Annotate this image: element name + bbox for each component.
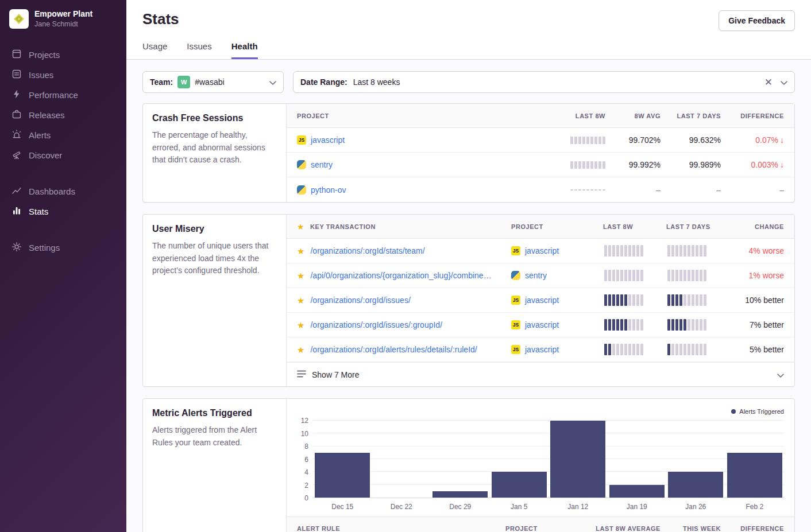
arrow-down-icon: ↓	[780, 160, 784, 169]
sidebar-item-label: Dashboards	[29, 187, 75, 196]
sparkline-bar	[586, 137, 589, 144]
date-range-label: Date Range:	[300, 77, 347, 87]
project-link[interactable]: javascript	[525, 246, 559, 255]
legend-label: Alerts Triggered	[739, 408, 784, 415]
crash-free-table: PROJECT LAST 8W 8W AVG LAST 7 DAYS DIFFE…	[287, 104, 794, 202]
give-feedback-button[interactable]: Give Feedback	[719, 10, 795, 31]
change-value: 5% better	[732, 345, 784, 354]
sparkline-bar	[704, 270, 706, 281]
chart-bar	[609, 485, 665, 498]
transaction-link[interactable]: /organizations/:orgId/stats/team/	[310, 246, 424, 255]
sidebar-item-stats[interactable]: Stats	[0, 201, 126, 222]
sparkline-bar	[700, 245, 702, 257]
star-icon[interactable]: ★	[297, 345, 304, 354]
sparkline-bar	[608, 245, 611, 257]
python-icon	[297, 160, 306, 169]
lightning-icon	[11, 89, 22, 101]
sparkline-bar	[683, 344, 686, 355]
sidebar-item-settings[interactable]: Settings	[0, 238, 126, 258]
chevron-down-icon[interactable]	[269, 77, 276, 87]
show-more-label: Show 7 More	[312, 370, 359, 379]
team-selector[interactable]: Team: W #wasabi	[142, 71, 284, 93]
panel-title: Metric Alerts Triggered	[152, 408, 277, 418]
sparkline-bar	[692, 270, 694, 281]
sidebar-item-issues[interactable]: Issues	[0, 65, 126, 85]
x-axis-label: Jan 5	[490, 503, 549, 511]
metric-alerts-chart-section: Alerts Triggered 024681012 Dec 15Dec 22D…	[287, 399, 794, 532]
show-more-button[interactable]: Show 7 More	[287, 362, 794, 386]
sparkline-bar	[624, 270, 627, 281]
panel-title: User Misery	[152, 224, 277, 234]
transaction-link[interactable]: /organizations/:orgId/issues/	[310, 296, 410, 305]
project-link[interactable]: sentry	[311, 160, 333, 169]
column-header-project: PROJECT	[297, 112, 519, 119]
projects-icon	[11, 49, 22, 61]
sparkline-bar	[704, 319, 706, 331]
clear-date-icon[interactable]: ✕	[762, 77, 775, 87]
project-link[interactable]: python-ov	[311, 185, 346, 195]
x-axis-label: Feb 2	[725, 503, 785, 511]
sparkline-bar	[692, 245, 694, 257]
star-icon[interactable]: ★	[297, 296, 304, 305]
sparkline-bar	[624, 319, 627, 331]
sparkline-bar	[594, 161, 597, 169]
project-link[interactable]: sentry	[525, 271, 547, 280]
sidebar-item-projects[interactable]: Projects	[0, 45, 126, 65]
sidebar-item-performance[interactable]: Performance	[0, 85, 126, 105]
project-link[interactable]: javascript	[525, 345, 559, 354]
date-range-selector[interactable]: Date Range: Last 8 weeks ✕	[293, 71, 795, 93]
sparkline	[569, 189, 605, 191]
metric-alerts-panel: Metric Alerts Triggered Alerts triggered…	[142, 398, 795, 532]
x-axis-label: Jan 19	[608, 503, 667, 511]
siren-icon	[11, 129, 22, 141]
sidebar-item-releases[interactable]: Releases	[0, 105, 126, 125]
sparkline-bar	[620, 344, 623, 355]
chart-bar	[727, 453, 782, 498]
transaction-link[interactable]: /api/0/organizations/{organization_slug}…	[310, 271, 491, 280]
change-value: 7% better	[732, 320, 784, 329]
project-link[interactable]: javascript	[525, 320, 559, 329]
crash-free-sessions-panel: Crash Free Sessions The percentage of he…	[142, 103, 795, 203]
star-icon[interactable]: ★	[297, 321, 304, 329]
transaction-link[interactable]: /organizations/:orgId/alerts/rules/detai…	[310, 345, 477, 354]
sidebar-item-discover[interactable]: Discover	[0, 145, 126, 165]
chart-bar	[492, 472, 547, 498]
column-header-key-transaction: KEY TRANSACTION	[310, 223, 376, 230]
sidebar-item-dashboards[interactable]: Dashboards	[0, 181, 126, 201]
app-root: Empower Plant Jane Schmidt Projects Issu…	[0, 0, 811, 532]
sparkline-bar	[590, 189, 593, 191]
sparkline-bar	[590, 137, 593, 144]
sparkline-bar	[570, 189, 573, 191]
sparkline	[569, 137, 605, 144]
tab-health[interactable]: Health	[231, 41, 258, 59]
sparkline-bar	[688, 319, 690, 331]
sparkline-bar	[608, 344, 611, 355]
transaction-link[interactable]: /organizations/:orgId/issues/:groupId/	[310, 320, 442, 329]
panel-title: Crash Free Sessions	[152, 113, 277, 123]
chevron-down-icon[interactable]	[777, 370, 784, 379]
sparkline-bar	[578, 161, 581, 169]
star-icon[interactable]: ★	[297, 271, 304, 280]
sparkline-bar	[578, 137, 581, 144]
sparkline-bar	[578, 189, 581, 191]
chevron-down-icon[interactable]	[781, 77, 787, 87]
sidebar-item-alerts[interactable]: Alerts	[0, 125, 126, 145]
sparkline-bar	[679, 294, 682, 306]
column-header-change: CHANGE	[732, 223, 784, 230]
sparkline-bar	[640, 270, 643, 281]
tab-usage[interactable]: Usage	[142, 41, 167, 59]
y-axis-label: 6	[304, 456, 308, 464]
tab-issues[interactable]: Issues	[187, 41, 211, 59]
star-icon[interactable]: ★	[297, 247, 304, 255]
sparkline-bar	[688, 294, 690, 306]
sparkline-bar	[604, 344, 607, 355]
sparkline-bar	[570, 137, 573, 144]
org-switcher[interactable]: Empower Plant Jane Schmidt	[0, 9, 126, 29]
sparkline-bar	[624, 294, 627, 306]
sparkline-bar	[640, 245, 643, 257]
project-link[interactable]: javascript	[525, 296, 559, 305]
line-chart-icon	[11, 185, 22, 197]
sparkline-bar	[612, 344, 615, 355]
project-link[interactable]: javascript	[311, 135, 345, 145]
sparkline-bar	[598, 161, 601, 169]
